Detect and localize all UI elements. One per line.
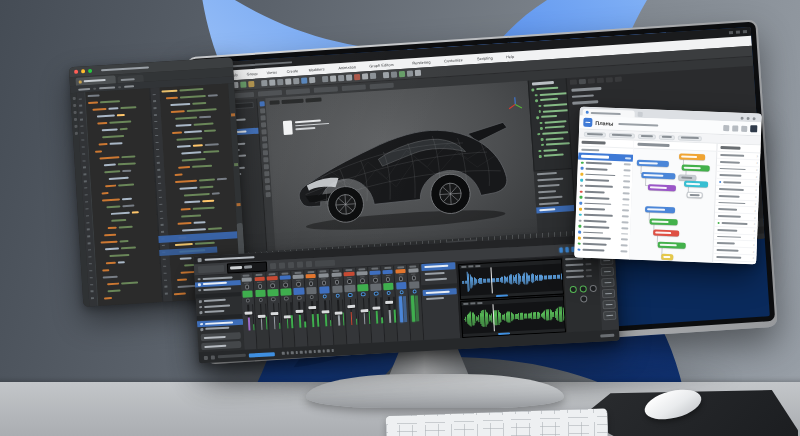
flow-node-outline[interactable] — [687, 192, 703, 199]
play-button[interactable] — [288, 262, 294, 268]
monitor-knob[interactable] — [589, 285, 596, 292]
pan-knob[interactable] — [245, 285, 250, 290]
rewind-button[interactable] — [270, 263, 276, 269]
toolbar-icon[interactable] — [248, 81, 254, 87]
filter-chip[interactable] — [638, 133, 656, 139]
send-knob[interactable] — [310, 295, 315, 300]
toolbar-icon[interactable] — [362, 73, 368, 79]
toolbar-icon[interactable] — [309, 77, 315, 83]
command-tab[interactable] — [570, 79, 577, 84]
viewport-label-chip[interactable] — [305, 97, 321, 102]
browser-row[interactable] — [197, 324, 243, 332]
waveform-display-top[interactable] — [458, 259, 564, 301]
menu-item[interactable]: Graph Editors — [369, 63, 394, 68]
minimize-icon[interactable] — [81, 69, 85, 73]
send-knob[interactable] — [348, 293, 353, 298]
flow-field[interactable] — [629, 148, 716, 263]
fader-zone[interactable] — [293, 301, 306, 330]
window-control-button[interactable] — [736, 31, 740, 34]
tool-strip-icon[interactable] — [262, 150, 267, 155]
pan-knob[interactable] — [334, 280, 339, 285]
side-button[interactable] — [602, 289, 615, 299]
fader-cap[interactable] — [373, 307, 381, 310]
fader-zone[interactable] — [255, 303, 268, 332]
viewport-label-chip[interactable] — [281, 99, 303, 104]
toolbar-icon[interactable] — [354, 74, 360, 80]
track-pad[interactable] — [293, 287, 304, 295]
gutter-icon[interactable] — [74, 125, 77, 128]
pan-knob[interactable] — [411, 276, 416, 281]
flow-node-blue[interactable] — [637, 160, 669, 167]
pan-knob[interactable] — [399, 276, 404, 281]
tool-strip-icon[interactable] — [261, 136, 266, 141]
fader-cap[interactable] — [296, 310, 304, 313]
toolbar-icon[interactable] — [277, 79, 283, 85]
clip-slot[interactable] — [382, 269, 393, 274]
pan-knob[interactable] — [322, 281, 327, 286]
toolbar-icon[interactable] — [322, 76, 328, 82]
fader-zone[interactable] — [383, 296, 396, 325]
menu-item[interactable]: Create — [287, 69, 299, 74]
menu-item[interactable]: Help — [505, 55, 513, 59]
gutter-icon[interactable] — [73, 111, 76, 114]
selection-row[interactable] — [423, 294, 457, 302]
close-icon[interactable] — [74, 70, 78, 74]
window-control-dot[interactable] — [753, 117, 756, 120]
window-control-dot[interactable] — [747, 117, 750, 120]
clip-slot[interactable] — [241, 277, 252, 282]
toolbar-icon[interactable] — [399, 71, 405, 77]
tool-strip-icon[interactable] — [262, 143, 267, 148]
toolbar-icon[interactable] — [293, 78, 299, 84]
fader-cap[interactable] — [385, 301, 393, 304]
flow-node-green[interactable] — [682, 165, 710, 172]
record-button[interactable] — [297, 261, 303, 267]
clip-slot[interactable] — [318, 273, 329, 278]
print-icon[interactable] — [723, 125, 729, 131]
toolbar-icon[interactable] — [261, 80, 267, 86]
fader-cap[interactable] — [347, 305, 355, 308]
send-knob[interactable] — [387, 291, 392, 296]
flow-node-cyan[interactable] — [684, 181, 708, 188]
menu-item[interactable]: Modifiers — [309, 67, 325, 72]
toolbar-icon[interactable] — [346, 74, 352, 80]
viewport-3d[interactable] — [265, 81, 538, 251]
filter-chip[interactable] — [609, 132, 635, 138]
side-button[interactable] — [602, 300, 615, 310]
avatar[interactable] — [750, 125, 757, 132]
tool-strip-icon[interactable] — [265, 185, 270, 190]
send-knob[interactable] — [361, 292, 366, 297]
fader-zone[interactable] — [370, 297, 383, 326]
clip-slot[interactable] — [305, 273, 316, 278]
fader-zone[interactable] — [306, 300, 319, 329]
flow-node-orange[interactable] — [679, 153, 705, 160]
clip-slot[interactable] — [408, 268, 419, 273]
command-tab[interactable] — [588, 78, 595, 83]
clip-slot[interactable] — [331, 272, 342, 277]
fader-zone[interactable] — [319, 299, 332, 328]
waveform[interactable] — [461, 301, 564, 333]
refresh-icon[interactable] — [741, 125, 747, 131]
task-row[interactable] — [574, 246, 629, 254]
modifier-row[interactable] — [536, 205, 574, 214]
explorer-row[interactable] — [534, 152, 572, 160]
menu-item[interactable]: Scripting — [477, 56, 493, 61]
clip-slot[interactable] — [267, 276, 278, 281]
fader-zone[interactable] — [357, 297, 370, 326]
window-control-button[interactable] — [729, 31, 733, 34]
planner-flow-canvas[interactable] — [629, 141, 717, 263]
fader-zone[interactable] — [409, 294, 422, 323]
toolbar-icon[interactable] — [301, 77, 307, 83]
ribbon-chip[interactable] — [258, 90, 282, 97]
gutter-icon[interactable] — [73, 104, 76, 107]
toolbar-icon[interactable] — [407, 70, 413, 76]
track-pad[interactable] — [242, 290, 253, 298]
toolbar-icon[interactable] — [330, 75, 336, 81]
window-control-button[interactable] — [743, 30, 747, 33]
ribbon-chip[interactable] — [370, 83, 394, 90]
track-pad[interactable] — [268, 289, 279, 297]
side-button[interactable] — [601, 267, 614, 277]
fader-cap[interactable] — [360, 309, 368, 312]
clip-slot[interactable] — [370, 270, 381, 275]
pan-knob[interactable] — [296, 282, 301, 287]
send-knob[interactable] — [258, 297, 263, 302]
